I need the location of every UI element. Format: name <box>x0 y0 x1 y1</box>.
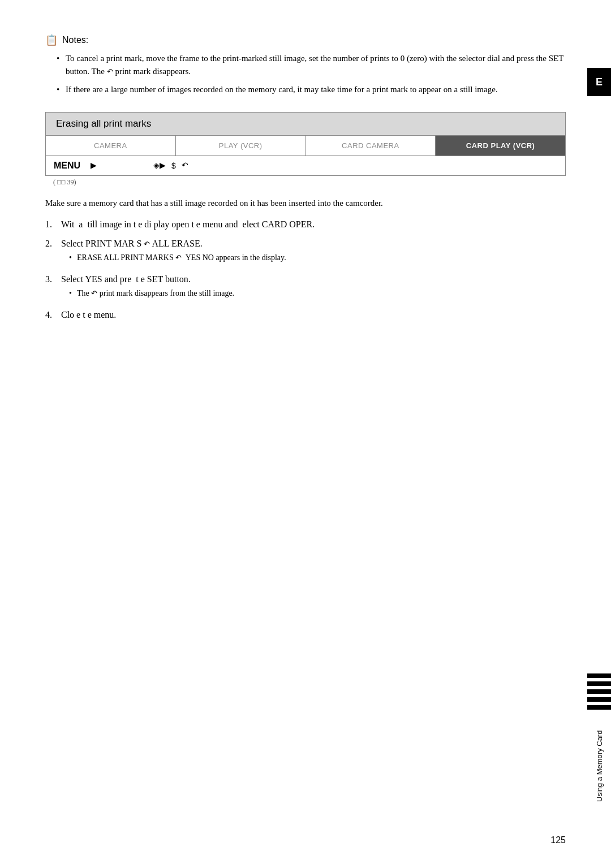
step-3-content: Select YES and pre t e SET button. The ↶… <box>61 273 566 303</box>
menu-return-icon: ↶ <box>182 161 188 170</box>
tab-card-camera[interactable]: CARD CAMERA <box>306 136 436 156</box>
step-1-content: Wit a till image in t e di play open t e… <box>61 218 566 231</box>
side-text: Using a Memory Card <box>587 710 611 823</box>
stripe-3 <box>587 689 611 694</box>
side-stripes <box>587 673 611 710</box>
tab-camera[interactable]: CAMERA <box>46 136 176 156</box>
notes-icon: 📋 <box>45 34 58 46</box>
step-3-num: 3. <box>45 273 57 303</box>
step-4-content: Clo e t e menu. <box>61 308 566 322</box>
note-item-2: If there are a large number of images re… <box>57 83 566 96</box>
step-2-content: Select PRINT MAR S ↶ ALL ERASE. ERASE AL… <box>61 237 566 267</box>
step-1-num: 1. <box>45 218 57 231</box>
step-2-num: 2. <box>45 237 57 267</box>
mode-tabs: CAMERA PLAY (VCR) CARD CAMERA CARD PLAY … <box>45 136 566 156</box>
stripe-4 <box>587 697 611 702</box>
menu-row: MENU ▶ ◈▶ $ ↶ <box>45 156 566 176</box>
menu-double-arrow: ◈▶ <box>153 161 166 170</box>
menu-sub: ( □□ 39) <box>53 178 566 187</box>
stripe-2 <box>587 681 611 686</box>
step-2: 2. Select PRINT MAR S ↶ ALL ERASE. ERASE… <box>45 237 566 267</box>
step-2-sub: ERASE ALL PRINT MARKS ↶ YES NO appears i… <box>61 252 566 264</box>
menu-dollar: $ <box>171 161 176 170</box>
page-number: 125 <box>550 835 566 845</box>
tab-card-play-vcr[interactable]: CARD PLAY (VCR) <box>436 136 565 156</box>
side-tab-label: E <box>596 76 603 88</box>
steps: 1. Wit a till image in t e di play open … <box>45 218 566 322</box>
step-4-num: 4. <box>45 308 57 322</box>
notes-list: To cancel a print mark, move the frame t… <box>45 52 566 96</box>
body-text: Make sure a memory card that has a still… <box>45 197 566 210</box>
tab-play-vcr[interactable]: PLAY (VCR) <box>176 136 306 156</box>
menu-arrow-1: ▶ <box>91 161 97 170</box>
section-title: Erasing all print marks <box>56 118 151 129</box>
stripe-1 <box>587 673 611 678</box>
notes-title: Notes: <box>62 35 88 45</box>
note-item-1: To cancel a print mark, move the frame t… <box>57 52 566 77</box>
notes-header: 📋 Notes: <box>45 34 566 46</box>
step-3-sub: The ↶ print mark disappears from the sti… <box>61 287 566 299</box>
stripe-5 <box>587 705 611 710</box>
menu-label: MENU <box>54 161 80 171</box>
side-tab: E <box>587 68 611 96</box>
step-4: 4. Clo e t e menu. <box>45 308 566 322</box>
section-box: Erasing all print marks <box>45 112 566 136</box>
page: E Using a Memory Card 125 📋 Notes: To ca… <box>0 0 611 868</box>
step-1: 1. Wit a till image in t e di play open … <box>45 218 566 231</box>
step-3: 3. Select YES and pre t e SET button. Th… <box>45 273 566 303</box>
